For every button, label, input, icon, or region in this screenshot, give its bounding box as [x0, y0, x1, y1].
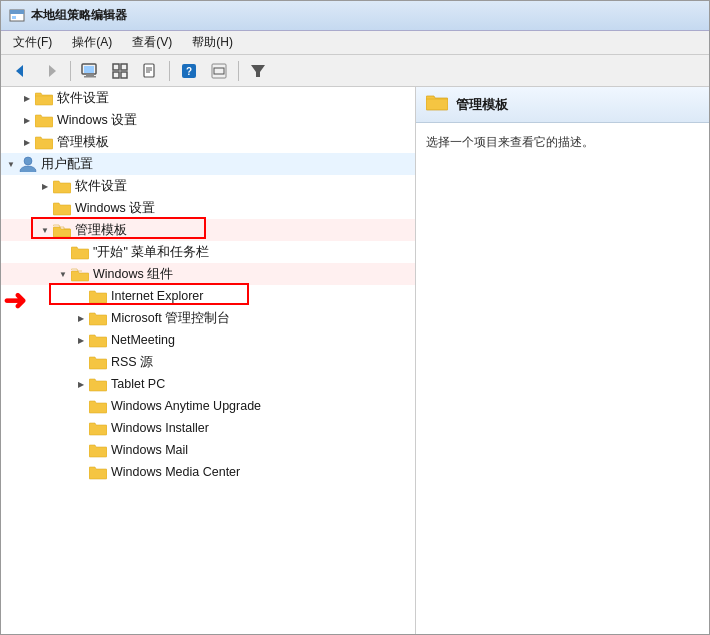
tree-item-admin-templates-1[interactable]: ▶ 管理模板 — [1, 131, 415, 153]
expand-icon[interactable]: ▶ — [73, 310, 89, 326]
item-label: Internet Explorer — [111, 289, 203, 303]
tree-item-internet-explorer[interactable]: ▶ Internet Explorer — [1, 285, 415, 307]
tree-item-windows-media-center[interactable]: ▶ Windows Media Center — [1, 461, 415, 483]
expand-icon[interactable]: ▶ — [37, 178, 53, 194]
item-label: Windows Mail — [111, 443, 188, 457]
item-label: Windows Anytime Upgrade — [111, 399, 261, 413]
expand-icon[interactable]: ▶ — [19, 90, 35, 106]
item-label: 软件设置 — [57, 90, 109, 107]
svg-rect-10 — [121, 64, 127, 70]
main-window: 本地组策略编辑器 文件(F) 操作(A) 查看(V) 帮助(H) — [0, 0, 710, 635]
tree-panel[interactable]: ▶ 软件设置 ▶ Windows 设置 — [1, 87, 416, 634]
svg-text:?: ? — [186, 66, 192, 77]
folder-icon — [89, 332, 107, 348]
expand-icon-spacer: ▶ — [73, 442, 89, 458]
folder-icon — [89, 310, 107, 326]
tree-item-windows-anytime[interactable]: ▶ Windows Anytime Upgrade — [1, 395, 415, 417]
svg-rect-11 — [113, 72, 119, 78]
folder-icon — [89, 442, 107, 458]
content-area: ▶ 软件设置 ▶ Windows 设置 — [1, 87, 709, 634]
tree-item-rss[interactable]: ▶ RSS 源 — [1, 351, 415, 373]
folder-icon-open — [71, 266, 89, 282]
tree-item-software-settings-2[interactable]: ▶ 软件设置 — [1, 175, 415, 197]
item-label: "开始" 菜单和任务栏 — [93, 244, 209, 261]
svg-marker-4 — [49, 65, 56, 77]
svg-rect-7 — [86, 74, 94, 76]
tree-item-netmeeting[interactable]: ▶ NetMeeting — [1, 329, 415, 351]
folder-icon — [71, 244, 89, 260]
folder-icon — [89, 288, 107, 304]
menu-bar: 文件(F) 操作(A) 查看(V) 帮助(H) — [1, 31, 709, 55]
item-label: 管理模板 — [57, 134, 109, 151]
tree-item-software-settings-1[interactable]: ▶ 软件设置 — [1, 87, 415, 109]
tree-item-admin-templates-2[interactable]: ▼ 管理模板 — [1, 219, 415, 241]
menu-file[interactable]: 文件(F) — [5, 32, 60, 53]
expand-icon-spacer: ▶ — [73, 464, 89, 480]
expand-icon[interactable]: ▼ — [37, 222, 53, 238]
item-label: 用户配置 — [41, 156, 93, 173]
svg-marker-3 — [16, 65, 23, 77]
help-button[interactable]: ? — [175, 58, 203, 84]
filter-button[interactable] — [244, 58, 272, 84]
detail-header: 管理模板 — [416, 87, 709, 123]
expand-icon[interactable]: ▶ — [73, 376, 89, 392]
svg-marker-21 — [251, 65, 265, 77]
toolbar-sep-1 — [70, 61, 71, 81]
expand-icon[interactable]: ▶ — [19, 134, 35, 150]
forward-button[interactable] — [37, 58, 65, 84]
folder-icon — [89, 376, 107, 392]
menu-action[interactable]: 操作(A) — [64, 32, 120, 53]
grid-button[interactable] — [106, 58, 134, 84]
tree-item-windows-settings-1[interactable]: ▶ Windows 设置 — [1, 109, 415, 131]
expand-icon[interactable]: ▼ — [55, 266, 71, 282]
menu-help[interactable]: 帮助(H) — [184, 32, 241, 53]
folder-icon — [35, 112, 53, 128]
item-label: RSS 源 — [111, 354, 153, 371]
menu-view[interactable]: 查看(V) — [124, 32, 180, 53]
toolbar: ? — [1, 55, 709, 87]
doc-button[interactable] — [136, 58, 164, 84]
folder-icon — [35, 134, 53, 150]
tree-item-windows-mail[interactable]: ▶ Windows Mail — [1, 439, 415, 461]
tree-item-windows-components[interactable]: ▼ Windows 组件 — [1, 263, 415, 285]
svg-rect-6 — [84, 66, 94, 73]
item-label: Windows 设置 — [57, 112, 137, 129]
folder-icon — [89, 354, 107, 370]
tree-item-tablet-pc[interactable]: ▶ Tablet PC — [1, 373, 415, 395]
expand-icon[interactable]: ▼ — [3, 156, 19, 172]
item-label: 管理模板 — [75, 222, 127, 239]
svg-rect-9 — [113, 64, 119, 70]
title-bar: 本地组策略编辑器 — [1, 1, 709, 31]
tree-item-windows-settings-2[interactable]: ▶ Windows 设置 — [1, 197, 415, 219]
item-label: Windows Media Center — [111, 465, 240, 479]
folder-icon — [53, 178, 71, 194]
minimize-button[interactable] — [205, 58, 233, 84]
detail-title: 管理模板 — [456, 96, 508, 114]
expand-icon-spacer: ▶ — [37, 200, 53, 216]
detail-panel: 管理模板 选择一个项目来查看它的描述。 — [416, 87, 709, 634]
detail-description: 选择一个项目来查看它的描述。 — [426, 135, 594, 149]
computer-button[interactable] — [76, 58, 104, 84]
toolbar-sep-2 — [169, 61, 170, 81]
toolbar-sep-3 — [238, 61, 239, 81]
user-icon — [19, 156, 37, 172]
expand-icon-spacer: ▶ — [73, 398, 89, 414]
item-label: Windows Installer — [111, 421, 209, 435]
folder-icon — [89, 464, 107, 480]
title-bar-text: 本地组策略编辑器 — [31, 7, 127, 24]
svg-rect-12 — [121, 72, 127, 78]
folder-icon — [53, 200, 71, 216]
detail-body: 选择一个项目来查看它的描述。 — [416, 123, 709, 161]
tree-item-start-menu[interactable]: ▶ "开始" 菜单和任务栏 — [1, 241, 415, 263]
item-label: Windows 设置 — [75, 200, 155, 217]
folder-icon — [89, 398, 107, 414]
expand-icon[interactable]: ▶ — [73, 332, 89, 348]
item-label: 软件设置 — [75, 178, 127, 195]
tree-item-ms-mgmt-console[interactable]: ▶ Microsoft 管理控制台 — [1, 307, 415, 329]
tree-item-windows-installer[interactable]: ▶ Windows Installer — [1, 417, 415, 439]
folder-icon-open — [53, 222, 71, 238]
tree-item-user-config[interactable]: ▼ 用户配置 — [1, 153, 415, 175]
svg-rect-20 — [214, 68, 224, 74]
expand-icon[interactable]: ▶ — [19, 112, 35, 128]
back-button[interactable] — [7, 58, 35, 84]
